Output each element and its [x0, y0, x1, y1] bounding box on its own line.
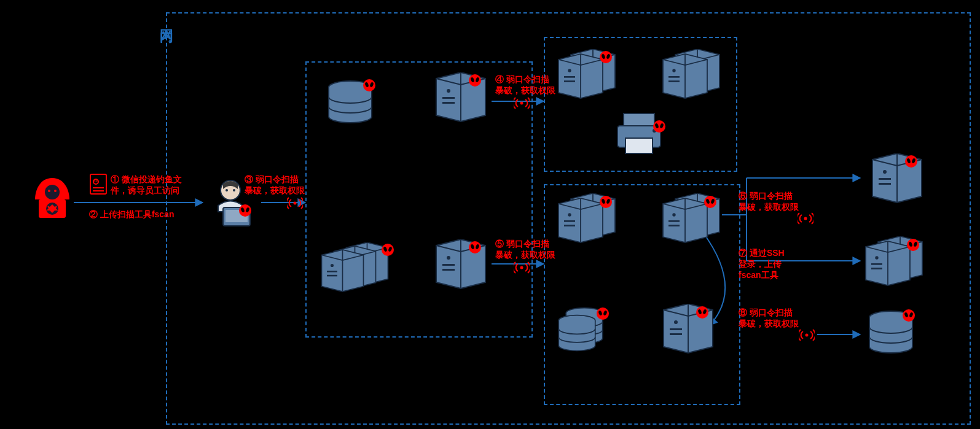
step-4-label: ④ 弱口令扫描 暴破，获取权限: [495, 74, 555, 96]
signal-icon: [287, 196, 303, 210]
alien-icon: [906, 238, 920, 252]
phishing-doc-icon: [89, 173, 108, 195]
signal-icon: [798, 212, 813, 225]
alien-icon: [381, 243, 394, 257]
alien-icon: [653, 120, 666, 133]
step-3-label: ③ 弱口令扫描 暴破，获取权限: [245, 174, 305, 196]
signal-icon: [799, 328, 815, 342]
alien-icon: [596, 307, 610, 320]
alien-icon: [468, 74, 482, 87]
step-2-label: ② 上传扫描工具fscan: [89, 209, 174, 220]
signal-icon: [514, 96, 530, 110]
step-1-label: ① 微信投递钓鱼文 件，诱导员工访问: [111, 174, 182, 196]
server-right-1: [866, 153, 928, 206]
alien-icon: [468, 241, 482, 254]
step-8-label: ⑧ 弱口令扫描 暴破，获取权限: [739, 307, 799, 329]
alien-icon: [238, 204, 252, 217]
server-c-single: [657, 304, 719, 356]
signal-icon: [514, 261, 530, 274]
step-6-label: ⑥ 弱口令扫描 暴破，获取权限: [739, 190, 799, 212]
attacker-node: [28, 175, 77, 224]
alien-icon: [696, 306, 709, 319]
alien-icon: [363, 79, 376, 92]
alien-icon: [902, 309, 915, 322]
alien-icon: [704, 195, 717, 209]
server-a-top: [430, 72, 492, 125]
printer: [608, 110, 670, 157]
step-7-label: ⑦ 通过SSH 登录，上传 fscan工具: [739, 247, 785, 281]
server-pair-b2: [657, 49, 725, 104]
diagram-root: { "zone_label": "内网", "steps": { "s1": "…: [0, 0, 980, 429]
server-a-bottom: [430, 239, 492, 292]
alien-icon: [599, 50, 613, 64]
alien-icon: [904, 155, 918, 168]
step-5-label: ⑤ 弱口令扫描 暴破，获取权限: [495, 238, 555, 260]
alien-icon: [599, 195, 613, 209]
